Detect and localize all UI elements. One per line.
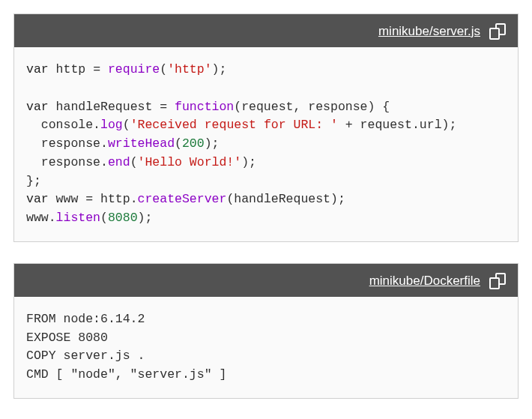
- code-token: (: [100, 211, 108, 225]
- code-token: www = http.: [49, 192, 138, 206]
- code-body: var http = require('http'); var handleRe…: [14, 47, 518, 241]
- code-block: minikube/DockerfileFROM node:6.14.2 EXPO…: [13, 263, 519, 399]
- code-block: minikube/server.jsvar http = require('ht…: [13, 13, 519, 242]
- code-token: 'Received request for URL: ': [130, 118, 338, 132]
- code-token: );: [241, 155, 256, 169]
- code-token: end: [108, 155, 130, 169]
- code-token: (: [123, 118, 130, 132]
- code-token: (: [160, 62, 167, 76]
- code-token: var: [26, 192, 49, 206]
- code-token: 8080: [108, 211, 138, 225]
- code-token: response.: [26, 155, 108, 169]
- code-token: require: [108, 62, 160, 76]
- code-token: 200: [182, 136, 205, 151]
- copy-icon[interactable]: [489, 273, 506, 289]
- code-token: http =: [49, 62, 108, 76]
- code-token: (request, response) {: [234, 100, 390, 114]
- code-token: COPY server.js .: [26, 349, 145, 363]
- code-token: (: [130, 155, 138, 169]
- code-header: minikube/Dockerfile: [14, 264, 518, 297]
- code-token: listen: [56, 211, 100, 225]
- code-token: handleRequest =: [49, 100, 175, 114]
- code-token: );: [138, 211, 153, 225]
- code-token: log: [100, 118, 123, 132]
- code-token: writeHead: [108, 136, 175, 151]
- filename-link[interactable]: minikube/Dockerfile: [369, 274, 480, 289]
- code-token: (handleRequest);: [226, 192, 345, 206]
- code-token: FROM node:6.14.2: [26, 312, 145, 326]
- code-token: + request.url);: [338, 118, 456, 132]
- code-token: var: [26, 100, 49, 114]
- code-token: };: [26, 174, 41, 188]
- code-token: );: [212, 62, 227, 76]
- code-token: www.: [26, 211, 56, 225]
- code-body: FROM node:6.14.2 EXPOSE 8080 COPY server…: [14, 297, 518, 398]
- code-token: console.: [26, 118, 100, 132]
- code-token: CMD [ "node", "server.js" ]: [26, 367, 226, 382]
- copy-icon[interactable]: [489, 23, 506, 40]
- code-token: (: [175, 136, 182, 151]
- code-header: minikube/server.js: [14, 14, 518, 47]
- code-token: createServer: [138, 192, 227, 206]
- filename-link[interactable]: minikube/server.js: [378, 24, 480, 39]
- code-token: 'http': [167, 62, 211, 76]
- code-token: var: [26, 62, 49, 76]
- code-token: EXPOSE 8080: [26, 331, 108, 345]
- code-token: 'Hello World!': [138, 155, 242, 169]
- code-token: );: [205, 136, 220, 151]
- code-token: function: [175, 100, 234, 114]
- code-token: response.: [26, 136, 108, 151]
